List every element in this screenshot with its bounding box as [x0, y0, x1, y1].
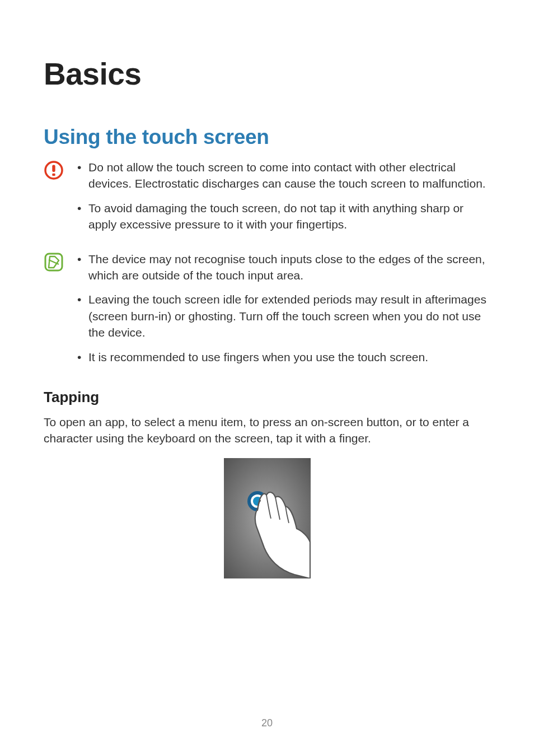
note-list: The device may not recognise touch input…	[76, 251, 490, 373]
note-block: The device may not recognise touch input…	[44, 251, 490, 373]
page-number: 20	[0, 717, 534, 729]
caution-block: Do not allow the touch screen to come in…	[44, 159, 490, 241]
section-title: Using the touch screen	[44, 125, 490, 149]
note-item: It is recommended to use fingers when yo…	[76, 349, 490, 365]
note-item: The device may not recognise touch input…	[76, 251, 490, 284]
svg-rect-1	[52, 165, 55, 172]
caution-list: Do not allow the touch screen to come in…	[76, 159, 490, 241]
caution-icon	[44, 160, 64, 183]
chapter-title: Basics	[44, 56, 490, 92]
subsection-title: Tapping	[44, 389, 490, 406]
note-icon	[44, 252, 64, 274]
note-item: Leaving the touch screen idle for extend…	[76, 291, 490, 340]
caution-item: To avoid damaging the touch screen, do n…	[76, 200, 490, 233]
caution-item: Do not allow the touch screen to come in…	[76, 159, 490, 192]
subsection-body: To open an app, to select a menu item, t…	[44, 414, 490, 447]
svg-rect-2	[52, 174, 55, 176]
tapping-illustration	[44, 458, 490, 581]
